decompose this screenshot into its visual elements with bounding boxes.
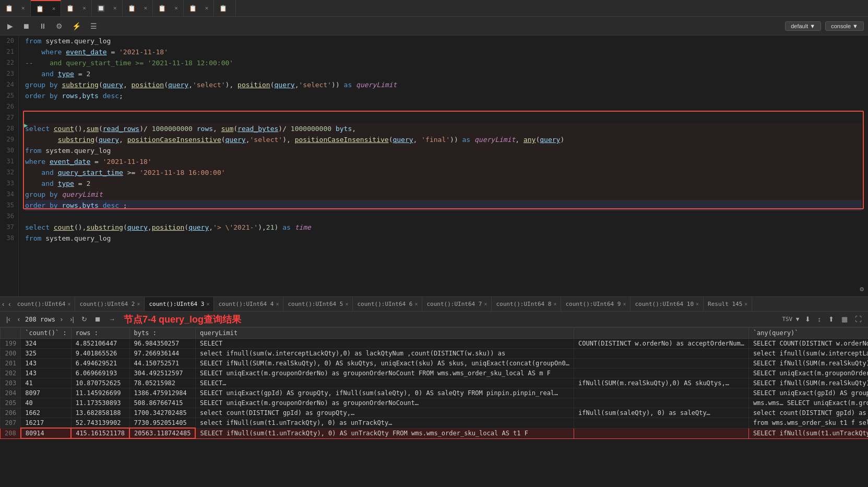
result-tab-6[interactable]: count():UInt64 6 × [353,297,422,312]
result-tab-4[interactable]: count():UInt64 4 × [214,297,283,312]
format-button[interactable]: ⚡ [69,20,84,32]
stop-query-btn[interactable]: ⏹ [92,314,103,324]
fullscreen-btn[interactable]: ⛶ [853,314,864,324]
tab-console-0[interactable]: 📋 × [61,0,92,17]
result-tab-close-4[interactable]: × [276,301,279,307]
result-tab-close-8[interactable]: × [553,301,556,307]
next-page-btn[interactable]: › [58,314,65,324]
result-tab-close-1[interactable]: × [67,301,70,307]
row-number: 205 [1,398,21,408]
result-tab-3[interactable]: count():UInt64 3 × [145,297,214,312]
col-count[interactable]: `count()` : [21,328,71,339]
result-tab-close-9[interactable]: × [623,301,626,307]
result-tab-8[interactable]: count():UInt64 8 × [492,297,561,312]
col-querylimit[interactable]: queryLimit [195,328,574,339]
tab-pinpin[interactable]: 🔲 × [92,0,123,17]
prev-page-btn[interactable]: ‹ [16,314,22,324]
first-page-btn[interactable]: |‹ [4,314,13,324]
result-tab-close-145[interactable]: × [744,301,747,307]
cell-count: 1662 [21,408,71,418]
console-icon-2: 📋 [36,5,44,13]
tab-console-1-rw[interactable]: 📋 × [153,0,184,17]
tab-close-btn-3[interactable]: × [82,5,86,11]
sort-btn[interactable]: ↕ [816,314,824,324]
cell-byts: 97.266936144 [129,349,195,359]
code-line-24: group by substring(query, position(query… [25,79,862,90]
cell-count: 80914 [21,428,71,438]
console-dropdown[interactable]: console ▼ [825,21,864,31]
editor-area: 2021222324 2526272829 3031323334 3536373… [0,35,868,296]
result-tab-145[interactable]: Result 145 × [704,297,752,312]
col-anyquery[interactable]: `any(query)` [748,328,868,339]
result-tab-close-6[interactable]: × [414,301,418,307]
result-tab-5[interactable]: count():UInt64 5 × [283,297,353,312]
code-line-22: -- and query_start_time >= '2021-11-18 1… [25,57,862,68]
cell-querylimit: SELECT [195,339,574,349]
cell-anyquery: SELECT ifNull(SUM(m.realSkuQty),0) AS sk… [748,378,868,388]
tab-console-rw1[interactable]: 📋 × [123,0,153,17]
settings-icon[interactable]: ⚙ [860,285,864,293]
row-number: 201 [1,359,21,369]
cell-ql2 [574,418,748,429]
settings-button[interactable]: ⚙ [53,20,66,32]
table-button[interactable]: ☰ [87,20,100,32]
grid-view-btn[interactable]: ▦ [839,314,850,324]
tab-close-btn[interactable]: × [21,5,25,11]
result-tab-10[interactable]: count():UInt64 10 × [631,297,704,312]
code-line-26 [25,101,862,112]
prev-tab-btn2[interactable]: ‹ [6,299,13,309]
prev-tab-btn[interactable]: ‹ [0,299,6,309]
run-button[interactable]: ▶ [4,20,16,32]
tab-close-btn-6[interactable]: × [174,5,178,11]
row-number: 199 [1,339,21,349]
cell-rows: 9.401865526 [71,349,129,359]
tab-console-4[interactable]: 📋 × [31,0,62,17]
cell-byts: 20563.118742485 [129,428,195,438]
pause-button[interactable]: ⏸ [36,20,50,32]
cell-anyquery: SELECT uniqExact(gpId) AS groupQty, ifNu… [748,388,868,398]
result-tab-7[interactable]: count():UInt64 7 × [422,297,492,312]
tab-close-btn-5[interactable]: × [144,5,148,11]
tab-console-2-rw[interactable]: 📋 × [184,0,215,17]
result-tab-close-5[interactable]: × [345,301,348,307]
table-row: 20880914415.16152117820563.118742485SELE… [1,428,869,438]
export-btn[interactable]: → [106,314,117,324]
tab-close-btn-7[interactable]: × [205,5,209,11]
cell-count: 40 [21,398,71,408]
cell-rows: 415.161521178 [71,428,129,438]
refresh-btn[interactable]: ↻ [79,314,89,324]
code-line-28: select count(),sum(read_rows)/ 100000000… [25,123,862,134]
tab-close-btn-4[interactable]: × [113,5,117,11]
table-icon: 🔲 [97,5,105,12]
tab-close-btn-2[interactable]: × [52,5,56,12]
result-tab-close-7[interactable]: × [484,301,487,307]
download-btn[interactable]: ⬇ [803,314,813,324]
cell-ql2: ifNull(SUM(m.realSkuQty),0) AS skuQtys,… [574,378,748,388]
code-editor[interactable]: from system.query_log where event_date =… [19,35,868,296]
tab-console-cluster[interactable]: 📋 × [0,0,31,17]
result-tab-9[interactable]: count():UInt64 9 × [561,297,631,312]
cell-byts: 508.867667415 [129,398,195,408]
result-tab-close-2[interactable]: × [137,301,140,307]
col-rows[interactable]: rows : [71,328,129,339]
filter-btn[interactable]: ⬆ [826,314,836,324]
run-indicator: ▶ [24,122,28,129]
default-dropdown[interactable]: default ▼ [785,21,821,31]
cell-count: 143 [21,369,71,378]
col-byts[interactable]: byts : [129,328,195,339]
table-row: 2034110.87075262578.05215982SELECT…ifNul… [1,378,869,388]
code-line-32: and query_start_time >= '2021-11-18 16:0… [25,167,862,178]
tab-cc[interactable]: 📋 [214,0,236,17]
result-tab-2[interactable]: count():UInt64 2 × [75,297,145,312]
stop-button[interactable]: ⏹ [19,20,33,32]
result-tab-1[interactable]: count():UInt64 × [13,297,76,312]
last-page-btn[interactable]: ›| [68,314,76,324]
cell-count: 41 [21,378,71,388]
result-tab-close-3[interactable]: × [206,301,209,307]
cell-querylimit: SELECT uniqExact(m.grouponOrderNo) as gr… [195,398,574,408]
cell-anyquery: SELECT COUNT(DISTINCT w.orderNo) as acce… [748,339,868,349]
code-line-30: from system.query_log [25,145,862,156]
result-tab-close-10[interactable]: × [696,301,699,307]
console-icon: 📋 [5,5,13,12]
cell-querylimit: SELECT uniqExact(gpId) AS groupQty, ifNu… [195,388,574,398]
